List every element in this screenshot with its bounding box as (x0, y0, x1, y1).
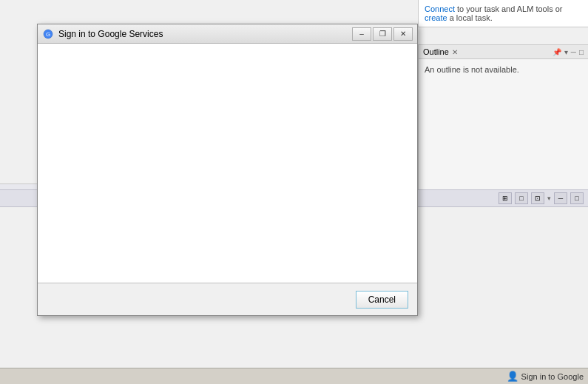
toolbar-icon-1[interactable]: ⊞ (499, 192, 512, 204)
create-suffix-text: a local task. (450, 13, 493, 22)
dialog-minimize-button[interactable]: – (352, 27, 371, 41)
sign-in-dialog: G Sign in to Google Services – ❐ ✕ Cance… (37, 24, 418, 316)
outline-x-icon: ✕ (452, 48, 458, 56)
pin-icon[interactable]: 📌 (552, 48, 561, 56)
cancel-button[interactable]: Cancel (356, 291, 408, 309)
outline-header-icons: 📌 ▾ ─ □ (552, 48, 584, 56)
sign-in-google-label: Sign in to Google (521, 372, 584, 381)
dialog-footer: Cancel (38, 283, 417, 315)
toolbar-icon-5[interactable]: □ (570, 192, 584, 204)
sign-in-google-item[interactable]: 👤 Sign in to Google (507, 371, 584, 382)
outline-header: Outline ✕ 📌 ▾ ─ □ (419, 45, 588, 59)
maximize-icon[interactable]: □ (579, 48, 584, 56)
outline-title: Outline (423, 47, 449, 56)
dialog-title: Sign in to Google Services (58, 29, 352, 39)
connect-link[interactable]: Connect (425, 4, 455, 13)
outline-panel: Outline ✕ 📌 ▾ ─ □ An outline is not avai… (418, 44, 588, 192)
google-person-icon: 👤 (507, 371, 518, 382)
connect-panel: Connect to your task and ALM tools or cr… (418, 0, 588, 27)
dialog-close-button[interactable]: ✕ (393, 27, 413, 41)
toolbar-icon-4[interactable]: ─ (554, 192, 567, 204)
bottom-statusbar: 👤 Sign in to Google (0, 368, 588, 384)
dialog-icon: G (42, 28, 54, 40)
no-outline-text: An outline is not available. (425, 65, 519, 74)
toolbar-dropdown-arrow[interactable]: ▾ (547, 195, 551, 202)
dialog-content-area (38, 44, 417, 283)
dialog-restore-button[interactable]: ❐ (373, 27, 392, 41)
minimize-icon[interactable]: ─ (571, 48, 576, 56)
dialog-titlebar: G Sign in to Google Services – ❐ ✕ (38, 24, 417, 44)
dialog-controls: – ❐ ✕ (352, 27, 413, 41)
outline-content: An outline is not available. (419, 59, 588, 80)
toolbar-icon-3[interactable]: ⊡ (531, 192, 544, 204)
connect-text: to your task and ALM tools or (457, 4, 562, 13)
create-link[interactable]: create (425, 13, 447, 22)
chevron-down-icon[interactable]: ▾ (564, 48, 568, 56)
svg-text:G: G (46, 31, 50, 38)
toolbar-icon-2[interactable]: □ (515, 192, 528, 204)
